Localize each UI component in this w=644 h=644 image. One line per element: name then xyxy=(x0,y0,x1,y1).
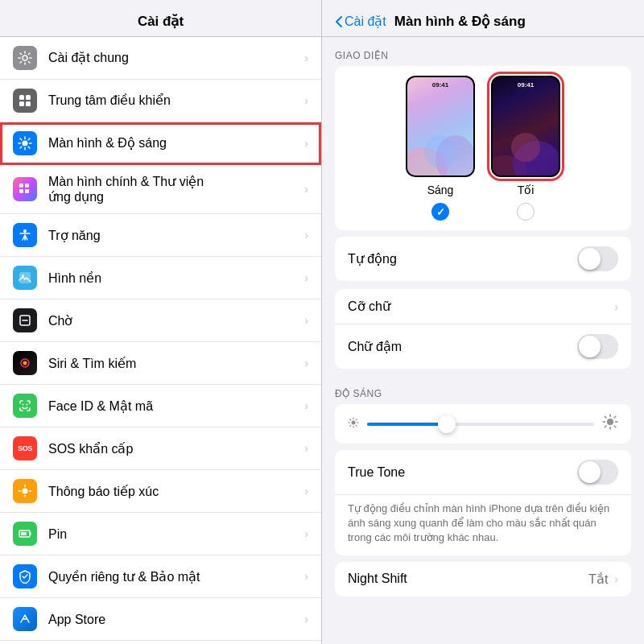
sidebar-item-cai-dat-chung[interactable]: Cài đặt chung › xyxy=(0,37,321,80)
night-shift-value-area: Tắt › xyxy=(588,572,618,587)
settings-icon-battery xyxy=(13,522,37,546)
svg-point-25 xyxy=(23,404,24,406)
settings-icon-brightness xyxy=(13,131,37,155)
chevron-icon: › xyxy=(304,52,308,64)
svg-rect-33 xyxy=(21,532,27,535)
settings-icon-standby xyxy=(13,308,37,332)
appearance-dark-option[interactable]: 09:41 Tối xyxy=(491,76,560,221)
svg-line-12 xyxy=(20,147,22,148)
dark-label: Tối xyxy=(518,184,535,196)
chevron-icon: › xyxy=(304,442,308,455)
right-panel-title: Màn hình & Độ sáng xyxy=(394,13,526,30)
sidebar-label-tro-nang: Trợ năng xyxy=(48,228,301,243)
chu-dam-row: Chữ đậm xyxy=(335,324,631,369)
svg-rect-17 xyxy=(25,189,29,193)
left-panel: Cài đặt Cài đặt chung › xyxy=(0,0,322,644)
brightness-thumb xyxy=(438,415,456,433)
chu-dam-toggle[interactable] xyxy=(577,334,618,359)
text-section: Cỡ chữ › Chữ đậm xyxy=(335,289,631,369)
brightness-section xyxy=(335,404,631,444)
dark-radio[interactable] xyxy=(517,203,535,221)
light-label: Sáng xyxy=(427,184,454,196)
sidebar-label-trung-tam: Trung tâm điều khiển xyxy=(48,93,301,108)
co-chu-row[interactable]: Cỡ chữ › xyxy=(335,289,631,324)
svg-line-59 xyxy=(614,416,616,418)
settings-icon-app-store xyxy=(13,607,37,631)
tu-dong-knob xyxy=(579,248,601,270)
sidebar-item-face-id[interactable]: Face ID & Mật mã › xyxy=(0,385,321,427)
chevron-icon: › xyxy=(304,570,308,583)
chevron-icon: › xyxy=(304,183,308,196)
phone-preview-light: 09:41 xyxy=(406,76,475,177)
svg-point-0 xyxy=(23,56,27,60)
sidebar-item-app-store[interactable]: App Store › xyxy=(0,598,321,641)
true-tone-toggle[interactable] xyxy=(577,460,618,485)
sidebar-item-trung-tam[interactable]: Trung tâm điều khiển › xyxy=(0,80,321,122)
brightness-fill xyxy=(367,423,447,426)
svg-rect-2 xyxy=(26,95,31,100)
night-shift-row[interactable]: Night Shift Tắt › xyxy=(335,562,631,597)
phone-preview-dark: 09:41 xyxy=(491,76,560,177)
svg-line-11 xyxy=(28,147,30,148)
sidebar-item-man-hinh[interactable]: Màn hình & Độ sáng › xyxy=(0,122,321,165)
svg-rect-1 xyxy=(19,95,24,100)
wallpaper-dark-shapes xyxy=(493,111,559,175)
co-chu-label: Cỡ chữ xyxy=(348,299,390,314)
sidebar-item-tro-nang[interactable]: Trợ năng › xyxy=(0,214,321,257)
svg-point-27 xyxy=(23,489,28,494)
brightness-row xyxy=(348,414,618,434)
sidebar-item-siri[interactable]: Siri & Tìm kiếm › xyxy=(0,342,321,385)
sidebar-item-pin[interactable]: Pin › xyxy=(0,513,321,555)
chevron-icon: › xyxy=(304,485,308,497)
svg-line-49 xyxy=(350,425,351,426)
tu-dong-label: Tự động xyxy=(348,251,397,266)
back-button[interactable]: Cài đặt xyxy=(335,14,386,29)
sidebar-item-hinh-nen[interactable]: Hình nền › xyxy=(0,257,321,299)
sidebar-item-thong-bao[interactable]: Thông báo tiếp xúc › xyxy=(0,470,321,513)
brightness-high-icon xyxy=(602,414,618,434)
svg-point-42 xyxy=(352,421,356,425)
chevron-icon: › xyxy=(304,229,308,242)
true-tone-description: Tự động điều chỉnh màn hình iPhone dựa t… xyxy=(335,495,631,555)
appearance-selector: 09:41 Sáng 09:41 xyxy=(335,66,631,230)
brightness-slider[interactable] xyxy=(367,423,594,426)
svg-line-47 xyxy=(350,419,351,420)
sidebar-label-quyen-rieng-tu: Quyền riêng tư & Bảo mật xyxy=(48,569,301,584)
sidebar-item-quyen-rieng-tu[interactable]: Quyền riêng tư & Bảo mật › xyxy=(0,555,321,598)
sidebar-label-cho: Chờ xyxy=(48,313,301,328)
night-shift-chevron: › xyxy=(614,572,618,585)
svg-rect-14 xyxy=(19,184,23,188)
svg-line-58 xyxy=(605,426,606,427)
settings-icon-wallpaper xyxy=(13,266,37,290)
brightness-low-icon xyxy=(348,417,359,431)
sidebar-label-app-store: App Store xyxy=(48,612,301,627)
sidebar-label-sos: SOS khẩn cấp xyxy=(48,441,301,456)
svg-rect-3 xyxy=(19,101,24,106)
chevron-icon: › xyxy=(304,527,308,540)
chevron-icon: › xyxy=(304,399,308,412)
appearance-light-option[interactable]: 09:41 Sáng xyxy=(406,76,475,221)
svg-point-41 xyxy=(511,133,540,162)
tu-dong-toggle[interactable] xyxy=(577,246,618,271)
sidebar-item-vi-apple-pay[interactable]: Ví & Apple Pay › xyxy=(0,641,321,644)
phone-time-dark: 09:41 xyxy=(493,77,559,89)
sidebar-item-sos[interactable]: SOS SOS khẩn cấp › xyxy=(0,427,321,470)
svg-line-48 xyxy=(356,425,357,426)
sidebar-label-pin: Pin xyxy=(48,526,301,542)
svg-line-10 xyxy=(20,138,22,140)
chu-dam-label: Chữ đậm xyxy=(348,339,402,354)
sidebar-item-cho[interactable]: Chờ › xyxy=(0,299,321,342)
sidebar-label-face-id: Face ID & Mật mã xyxy=(48,398,301,414)
svg-rect-15 xyxy=(25,184,29,188)
sidebar-label-hinh-nen: Hình nền xyxy=(48,270,301,286)
light-radio-selected[interactable] xyxy=(431,203,449,221)
svg-point-38 xyxy=(424,135,456,167)
sidebar-label-cai-dat-chung: Cài đặt chung xyxy=(48,50,301,65)
chevron-icon: › xyxy=(304,271,308,284)
true-tone-knob xyxy=(579,461,601,483)
back-label: Cài đặt xyxy=(345,14,386,29)
chevron-icon: › xyxy=(304,137,308,150)
settings-icon-accessibility xyxy=(13,223,37,247)
sidebar-item-man-hinh-chinh[interactable]: Màn hình chính & Thư việnứng dụng › xyxy=(0,165,321,214)
sidebar-label-thong-bao: Thông báo tiếp xúc xyxy=(48,484,301,499)
